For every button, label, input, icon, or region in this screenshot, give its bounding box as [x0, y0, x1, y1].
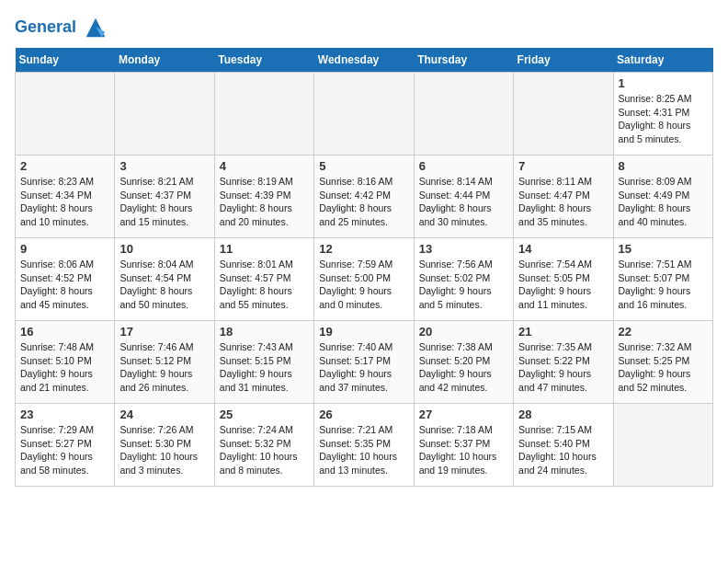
logo-general: General [15, 17, 76, 36]
day-info: Sunrise: 8:01 AM Sunset: 4:57 PM Dayligh… [220, 258, 309, 312]
day-info: Sunrise: 7:51 AM Sunset: 5:07 PM Dayligh… [619, 258, 708, 312]
weekday-header-monday: Monday [115, 48, 214, 73]
day-number: 9 [20, 242, 109, 256]
calendar-cell: 19Sunrise: 7:40 AM Sunset: 5:17 PM Dayli… [314, 321, 414, 404]
day-info: Sunrise: 7:35 AM Sunset: 5:22 PM Dayligh… [518, 340, 608, 395]
day-info: Sunrise: 7:21 AM Sunset: 5:35 PM Dayligh… [319, 423, 408, 477]
calendar-cell: 2Sunrise: 8:23 AM Sunset: 4:34 PM Daylig… [16, 155, 115, 238]
day-number: 21 [518, 325, 608, 339]
day-number: 14 [518, 242, 608, 256]
day-info: Sunrise: 7:46 AM Sunset: 5:12 PM Dayligh… [119, 340, 209, 395]
day-number: 18 [220, 325, 309, 339]
day-info: Sunrise: 7:38 AM Sunset: 5:20 PM Dayligh… [419, 340, 508, 395]
day-number: 28 [518, 408, 608, 421]
day-info: Sunrise: 8:14 AM Sunset: 4:44 PM Dayligh… [419, 175, 508, 229]
day-number: 10 [119, 242, 209, 256]
weekday-header-wednesday: Wednesday [314, 48, 414, 73]
weekday-header-saturday: Saturday [613, 48, 712, 73]
calendar-cell: 13Sunrise: 7:56 AM Sunset: 5:02 PM Dayli… [414, 238, 513, 321]
calendar-cell: 6Sunrise: 8:14 AM Sunset: 4:44 PM Daylig… [414, 155, 513, 238]
calendar-cell: 8Sunrise: 8:09 AM Sunset: 4:49 PM Daylig… [613, 155, 712, 238]
calendar-cell: 5Sunrise: 8:16 AM Sunset: 4:42 PM Daylig… [314, 155, 414, 238]
calendar-cell: 4Sunrise: 8:19 AM Sunset: 4:39 PM Daylig… [214, 155, 313, 238]
day-number: 11 [220, 242, 309, 256]
calendar-cell [214, 73, 313, 155]
day-number: 22 [619, 325, 708, 339]
day-number: 7 [518, 159, 608, 173]
day-info: Sunrise: 8:04 AM Sunset: 4:54 PM Dayligh… [119, 258, 209, 312]
day-number: 1 [619, 76, 708, 90]
calendar-cell: 15Sunrise: 7:51 AM Sunset: 5:07 PM Dayli… [613, 238, 712, 321]
day-info: Sunrise: 8:23 AM Sunset: 4:34 PM Dayligh… [20, 175, 109, 229]
calendar-cell [16, 73, 115, 155]
calendar-cell: 27Sunrise: 7:18 AM Sunset: 5:37 PM Dayli… [414, 404, 513, 487]
calendar-cell [514, 73, 613, 155]
day-info: Sunrise: 7:29 AM Sunset: 5:27 PM Dayligh… [20, 423, 109, 477]
day-number: 6 [419, 159, 508, 173]
calendar-cell: 25Sunrise: 7:24 AM Sunset: 5:32 PM Dayli… [214, 404, 313, 487]
weekday-header-friday: Friday [514, 48, 613, 73]
calendar-cell: 24Sunrise: 7:26 AM Sunset: 5:30 PM Dayli… [115, 404, 214, 487]
calendar-cell: 20Sunrise: 7:38 AM Sunset: 5:20 PM Dayli… [414, 321, 513, 404]
calendar-cell [613, 404, 712, 487]
weekday-header-thursday: Thursday [414, 48, 513, 73]
day-info: Sunrise: 7:43 AM Sunset: 5:15 PM Dayligh… [220, 340, 309, 395]
weekday-header-sunday: Sunday [16, 48, 115, 73]
day-info: Sunrise: 7:48 AM Sunset: 5:10 PM Dayligh… [20, 340, 109, 395]
day-info: Sunrise: 7:26 AM Sunset: 5:30 PM Dayligh… [119, 423, 209, 477]
day-info: Sunrise: 8:25 AM Sunset: 4:31 PM Dayligh… [619, 92, 708, 146]
day-info: Sunrise: 7:56 AM Sunset: 5:02 PM Dayligh… [419, 258, 508, 312]
calendar-cell [414, 73, 513, 155]
day-info: Sunrise: 8:06 AM Sunset: 4:52 PM Dayligh… [20, 258, 109, 312]
day-number: 25 [220, 408, 309, 421]
day-number: 15 [619, 242, 708, 256]
day-number: 23 [20, 408, 109, 421]
day-number: 12 [319, 242, 408, 256]
weekday-header-tuesday: Tuesday [214, 48, 313, 73]
calendar-cell [314, 73, 414, 155]
calendar-cell: 7Sunrise: 8:11 AM Sunset: 4:47 PM Daylig… [514, 155, 613, 238]
day-info: Sunrise: 7:32 AM Sunset: 5:25 PM Dayligh… [619, 340, 708, 395]
calendar-table: SundayMondayTuesdayWednesdayThursdayFrid… [15, 48, 713, 487]
day-info: Sunrise: 8:09 AM Sunset: 4:49 PM Dayligh… [619, 175, 708, 229]
calendar-cell: 16Sunrise: 7:48 AM Sunset: 5:10 PM Dayli… [16, 321, 115, 404]
day-number: 27 [419, 408, 508, 421]
calendar-cell: 26Sunrise: 7:21 AM Sunset: 5:35 PM Dayli… [314, 404, 414, 487]
day-number: 20 [419, 325, 508, 339]
day-info: Sunrise: 8:19 AM Sunset: 4:39 PM Dayligh… [220, 175, 309, 229]
day-info: Sunrise: 7:40 AM Sunset: 5:17 PM Dayligh… [319, 340, 408, 395]
day-number: 19 [319, 325, 408, 339]
logo: General [15, 15, 108, 40]
calendar-cell: 3Sunrise: 8:21 AM Sunset: 4:37 PM Daylig… [115, 155, 214, 238]
calendar-cell: 23Sunrise: 7:29 AM Sunset: 5:27 PM Dayli… [16, 404, 115, 487]
calendar-cell [115, 73, 214, 155]
day-info: Sunrise: 7:24 AM Sunset: 5:32 PM Dayligh… [220, 423, 309, 477]
day-number: 3 [119, 159, 209, 173]
calendar-cell: 12Sunrise: 7:59 AM Sunset: 5:00 PM Dayli… [314, 238, 414, 321]
calendar-cell: 21Sunrise: 7:35 AM Sunset: 5:22 PM Dayli… [514, 321, 613, 404]
day-number: 17 [119, 325, 209, 339]
day-info: Sunrise: 7:59 AM Sunset: 5:00 PM Dayligh… [319, 258, 408, 312]
calendar-cell: 18Sunrise: 7:43 AM Sunset: 5:15 PM Dayli… [214, 321, 313, 404]
day-info: Sunrise: 7:18 AM Sunset: 5:37 PM Dayligh… [419, 423, 508, 477]
day-number: 8 [619, 159, 708, 173]
calendar-cell: 1Sunrise: 8:25 AM Sunset: 4:31 PM Daylig… [613, 73, 712, 155]
calendar-cell: 14Sunrise: 7:54 AM Sunset: 5:05 PM Dayli… [514, 238, 613, 321]
page-header: General [15, 15, 713, 40]
day-info: Sunrise: 8:11 AM Sunset: 4:47 PM Dayligh… [518, 175, 608, 229]
calendar-cell: 17Sunrise: 7:46 AM Sunset: 5:12 PM Dayli… [115, 321, 214, 404]
calendar-cell: 11Sunrise: 8:01 AM Sunset: 4:57 PM Dayli… [214, 238, 313, 321]
day-info: Sunrise: 7:54 AM Sunset: 5:05 PM Dayligh… [518, 258, 608, 312]
day-number: 24 [119, 408, 209, 421]
calendar-cell: 28Sunrise: 7:15 AM Sunset: 5:40 PM Dayli… [514, 404, 613, 487]
day-number: 16 [20, 325, 109, 339]
day-info: Sunrise: 7:15 AM Sunset: 5:40 PM Dayligh… [518, 423, 608, 477]
calendar-cell: 10Sunrise: 8:04 AM Sunset: 4:54 PM Dayli… [115, 238, 214, 321]
logo-text: General [15, 15, 108, 40]
day-info: Sunrise: 8:16 AM Sunset: 4:42 PM Dayligh… [319, 175, 408, 229]
calendar-cell: 22Sunrise: 7:32 AM Sunset: 5:25 PM Dayli… [613, 321, 712, 404]
day-number: 4 [220, 159, 309, 173]
day-number: 13 [419, 242, 508, 256]
day-number: 26 [319, 408, 408, 421]
day-number: 5 [319, 159, 408, 173]
